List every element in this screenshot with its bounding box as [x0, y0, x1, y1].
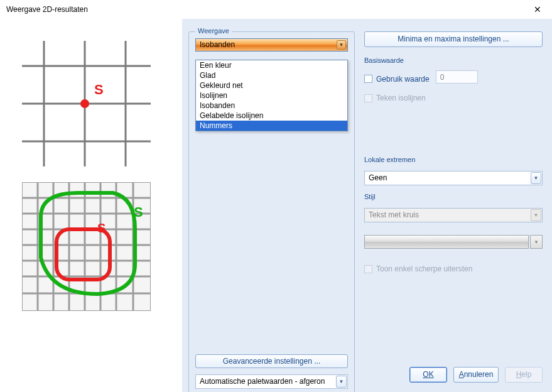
weergave-option[interactable]: Glad — [196, 70, 347, 80]
weergave-option[interactable]: Isobanden — [196, 101, 347, 111]
weergave-combo-value: Isobanden — [200, 40, 235, 49]
dialog-buttons: OK Annuleren Help — [409, 367, 543, 383]
help-button: Help — [505, 367, 543, 383]
weergave-option[interactable]: Gelabelde isolijnen — [196, 111, 347, 121]
color-gradient-preview — [364, 235, 529, 249]
right-column: Minima en maxima instellingen ... Basisw… — [364, 31, 546, 386]
checkbox-icon — [364, 94, 372, 102]
advanced-settings-button[interactable]: Geavanceerde instellingen ... — [195, 354, 348, 368]
weergave-legend: Weergave — [195, 27, 232, 35]
cancel-button[interactable]: Annuleren — [453, 367, 499, 383]
toon-scherpe-label: Toon enkel scherpe uitersten — [376, 264, 472, 273]
svg-point-6 — [80, 99, 89, 108]
weergave-combo[interactable]: Isobanden ▼ — [195, 38, 348, 52]
chevron-down-icon: ▼ — [336, 376, 347, 388]
weergave-option[interactable]: Isolijnen — [196, 90, 347, 101]
basiswaarde-label: Basiswaarde — [364, 57, 543, 64]
titlebar: Weergave 2D-resultaten ✕ — [0, 0, 552, 19]
teken-isolijnen-checkbox: Teken isolijnen — [364, 94, 543, 102]
stijl-value: Tekst met kruis — [369, 210, 419, 219]
checkbox-icon — [364, 75, 372, 83]
settings-area: Weergave Isobanden ▼ Een kleurGladGekleu… — [182, 19, 552, 392]
s-label: S — [94, 82, 104, 97]
weergave-group: Weergave Isobanden ▼ Een kleurGladGekleu… — [188, 31, 355, 392]
svg-text:S: S — [134, 204, 143, 220]
weergave-option[interactable]: Nummers — [196, 121, 347, 131]
close-icon[interactable]: ✕ — [528, 4, 547, 14]
weergave-option[interactable]: Gekleurd net — [196, 80, 347, 90]
basiswaarde-input[interactable] — [436, 70, 478, 84]
chevron-down-icon: ▼ — [531, 172, 541, 184]
toon-scherpe-checkbox: Toon enkel scherpe uitersten — [364, 264, 543, 273]
gradient-dropdown-button: ▼ — [530, 235, 543, 249]
palette-combo-value: Automatische paletwaarden - afgeron — [200, 377, 325, 386]
weergave-dropdown[interactable]: Een kleurGladGekleurd netIsolijnenIsoban… — [195, 60, 348, 131]
lokale-extremen-combo[interactable]: Geen ▼ — [364, 171, 543, 185]
checkbox-icon — [364, 265, 372, 273]
stijl-combo: Tekst met kruis ▼ — [364, 208, 543, 222]
chevron-down-icon: ▼ — [337, 40, 346, 50]
minmax-settings-button[interactable]: Minima en maxima instellingen ... — [364, 31, 543, 47]
weergave-option[interactable]: Een kleur — [196, 60, 347, 70]
preview-grid-contours: S S — [22, 182, 151, 311]
preview-grid-point: S — [22, 41, 151, 166]
preview-panel: S S S — [0, 19, 182, 392]
svg-text:S: S — [97, 221, 106, 235]
window-title: Weergave 2D-resultaten — [5, 5, 88, 14]
chevron-down-icon: ▼ — [531, 209, 541, 221]
stijl-label: Stijl — [364, 193, 543, 200]
lokale-extremen-value: Geen — [369, 173, 387, 182]
gebruik-waarde-label: Gebruik waarde — [376, 75, 430, 84]
teken-isolijnen-label: Teken isolijnen — [376, 94, 426, 102]
palette-combo[interactable]: Automatische paletwaarden - afgeron ▼ — [195, 374, 348, 389]
ok-button[interactable]: OK — [409, 367, 447, 383]
lokale-extremen-label: Lokale extremen — [364, 156, 543, 163]
gebruik-waarde-checkbox[interactable]: Gebruik waarde — [364, 75, 430, 84]
